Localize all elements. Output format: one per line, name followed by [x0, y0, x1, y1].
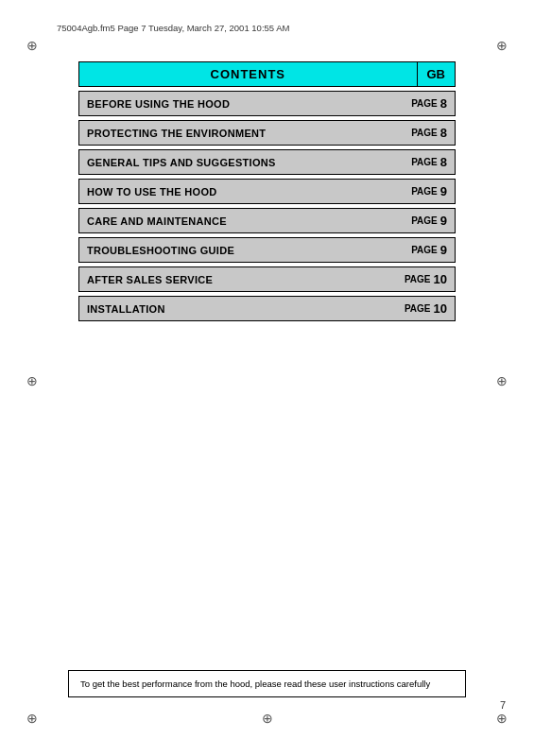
- page-number: 7: [500, 699, 506, 711]
- toc-item-page: PAGE9: [404, 209, 455, 232]
- toc-item-page: PAGE9: [404, 238, 455, 262]
- toc-page-word: PAGE: [405, 303, 431, 314]
- toc-row: HOW TO USE THE HOODPAGE9: [78, 179, 456, 204]
- toc-item-label: TROUBLESHOOTING GUIDE: [79, 240, 404, 261]
- toc-page-word: PAGE: [411, 215, 438, 226]
- toc-list: BEFORE USING THE HOODPAGE8PROTECTING THE…: [78, 91, 456, 321]
- mid-left-crosshair: ⊕: [26, 373, 38, 388]
- toc-page-word: PAGE: [411, 157, 438, 167]
- bottom-note: To get the best performance from the hoo…: [68, 670, 466, 697]
- toc-item-label: AFTER SALES SERVICE: [79, 269, 397, 290]
- contents-title-box: CONTENTS: [78, 61, 418, 87]
- toc-item-page: PAGE8: [404, 121, 455, 145]
- toc-page-word: PAGE: [411, 186, 438, 197]
- contents-gb-box: GB: [418, 61, 456, 87]
- top-right-crosshair: ⊕: [496, 38, 508, 53]
- toc-item-page: PAGE10: [397, 297, 455, 320]
- toc-page-word: PAGE: [405, 274, 431, 284]
- toc-item-label: BEFORE USING THE HOOD: [79, 94, 404, 114]
- toc-page-word: PAGE: [411, 128, 438, 138]
- toc-page-number: 9: [440, 243, 447, 257]
- header-text: 75004Agb.fm5 Page 7 Tuesday, March 27, 2…: [57, 23, 289, 33]
- toc-item-label: PROTECTING THE ENVIRONMENT: [79, 123, 404, 144]
- contents-title: CONTENTS: [211, 67, 286, 81]
- toc-item-label: GENERAL TIPS AND SUGGESTIONS: [79, 152, 404, 173]
- main-content: CONTENTS GB BEFORE USING THE HOODPAGE8PR…: [78, 61, 456, 325]
- toc-page-number: 10: [434, 272, 447, 286]
- top-left-crosshair: ⊕: [26, 38, 38, 53]
- toc-page-number: 8: [440, 96, 447, 111]
- toc-item-page: PAGE8: [404, 92, 455, 115]
- toc-item-page: PAGE9: [404, 180, 455, 203]
- bot-right-crosshair: ⊕: [496, 711, 508, 726]
- toc-row: TROUBLESHOOTING GUIDEPAGE9: [78, 237, 456, 263]
- toc-page-word: PAGE: [411, 98, 438, 109]
- toc-item-label: CARE AND MAINTENANCE: [79, 211, 404, 232]
- contents-header-row: CONTENTS GB: [78, 61, 456, 87]
- page-container: ⊕ ⊕ ⊕ ⊕ ⊕ ⊕ ⊕ 75004Agb.fm5 Page 7 Tuesda…: [0, 0, 534, 756]
- toc-page-number: 8: [440, 155, 447, 169]
- bot-mid-crosshair: ⊕: [262, 711, 273, 726]
- toc-row: PROTECTING THE ENVIRONMENTPAGE8: [78, 120, 456, 146]
- toc-item-page: PAGE8: [404, 150, 455, 174]
- toc-page-number: 10: [434, 301, 447, 316]
- contents-gb-label: GB: [427, 67, 446, 81]
- toc-row: GENERAL TIPS AND SUGGESTIONSPAGE8: [78, 149, 456, 175]
- toc-row: INSTALLATIONPAGE10: [78, 296, 456, 321]
- mid-right-crosshair: ⊕: [496, 373, 508, 388]
- toc-page-word: PAGE: [411, 245, 438, 255]
- toc-page-number: 9: [440, 184, 447, 198]
- toc-item-page: PAGE10: [397, 267, 455, 291]
- bot-left-crosshair: ⊕: [26, 711, 38, 726]
- toc-row: CARE AND MAINTENANCEPAGE9: [78, 208, 456, 233]
- toc-page-number: 8: [440, 126, 447, 140]
- toc-row: BEFORE USING THE HOODPAGE8: [78, 91, 456, 116]
- toc-row: AFTER SALES SERVICEPAGE10: [78, 266, 456, 292]
- toc-item-label: INSTALLATION: [79, 299, 397, 319]
- toc-item-label: HOW TO USE THE HOOD: [79, 181, 404, 202]
- toc-page-number: 9: [440, 214, 447, 228]
